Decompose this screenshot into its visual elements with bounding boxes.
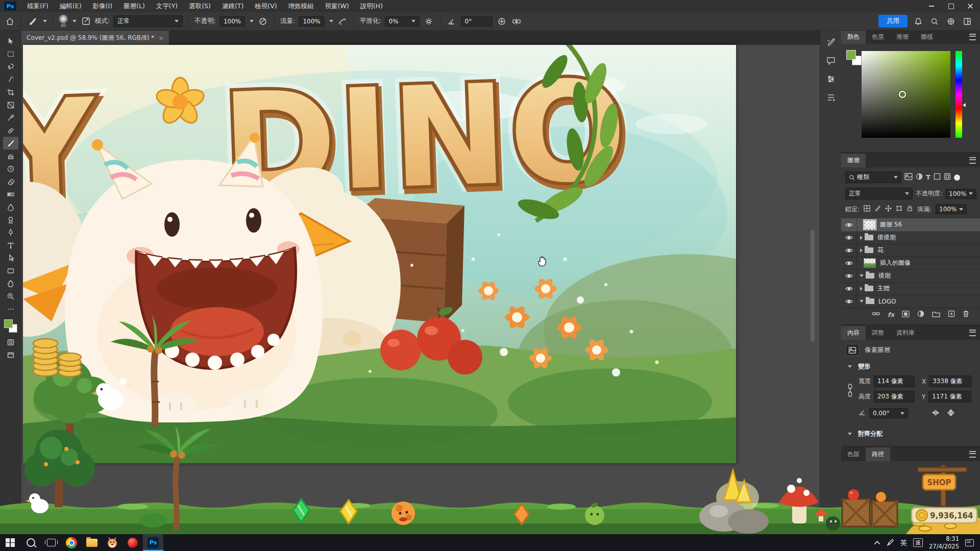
add-mask-icon[interactable] <box>902 311 910 319</box>
chevron-down-icon[interactable] <box>72 20 77 22</box>
smoothing-gear-icon[interactable] <box>423 15 434 28</box>
search-icon[interactable] <box>929 15 940 28</box>
layer-row[interactable]: 圖層 56 <box>841 218 980 232</box>
path-select-tool-icon[interactable] <box>3 252 18 264</box>
move-tool-icon[interactable] <box>3 35 18 47</box>
visibility-eye-icon[interactable] <box>841 257 857 269</box>
saturation-brightness-box[interactable] <box>862 51 950 138</box>
expand-chevron-icon[interactable] <box>860 248 863 253</box>
menu-help[interactable]: 說明(H) <box>355 0 388 12</box>
color-picker-marker[interactable] <box>899 91 906 98</box>
visibility-eye-icon[interactable] <box>841 218 857 231</box>
file-explorer-icon[interactable] <box>82 534 102 551</box>
blur-tool-icon[interactable] <box>3 201 18 213</box>
blend-mode-select[interactable]: 正常 <box>113 15 183 27</box>
airbrush-icon[interactable] <box>337 15 348 28</box>
brush-tool-preset-icon[interactable] <box>27 15 38 28</box>
menu-window[interactable]: 視窗(W) <box>320 0 355 12</box>
menu-filter[interactable]: 濾鏡(T) <box>216 0 249 12</box>
align-section-header[interactable]: 對齊分配 <box>845 430 883 438</box>
screen-mode-icon[interactable] <box>3 348 18 361</box>
new-layer-icon[interactable] <box>948 310 955 319</box>
layer-row[interactable]: 花 <box>841 244 980 257</box>
panel-menu-icon[interactable] <box>969 157 976 164</box>
tab-close-icon[interactable]: × <box>158 34 164 42</box>
ime-mode[interactable]: 速 <box>913 538 923 547</box>
zoom-tool-icon[interactable] <box>3 290 18 303</box>
smoothing-input[interactable]: 0% <box>385 16 420 27</box>
layer-row[interactable]: 主體 <box>841 282 980 295</box>
minimize-icon[interactable] <box>922 0 941 12</box>
clock[interactable]: 8:31 27/4/2025 <box>929 535 959 550</box>
rotation-input[interactable]: 0.00° <box>869 408 908 418</box>
filter-adjustment-layers-icon[interactable] <box>916 173 923 182</box>
task-view-icon[interactable] <box>41 534 61 551</box>
close-icon[interactable] <box>961 0 980 12</box>
visibility-eye-icon[interactable] <box>841 295 857 308</box>
filter-smart-objects-icon[interactable] <box>944 173 951 182</box>
quick-mask-icon[interactable] <box>3 336 18 348</box>
visibility-eye-icon[interactable] <box>841 282 857 295</box>
chevron-down-icon[interactable] <box>43 20 47 22</box>
tab-libraries[interactable]: 資料庫 <box>890 326 921 340</box>
flip-vertical-icon[interactable] <box>947 409 955 418</box>
layer-filter-select[interactable]: 種類 <box>845 171 901 183</box>
screen-recorder-icon[interactable] <box>122 534 143 551</box>
y-input[interactable]: 1171 像素 <box>928 391 971 403</box>
share-button[interactable]: 共用 <box>878 15 908 28</box>
settings-icon[interactable] <box>945 15 957 28</box>
canvas[interactable]: Y DINO Y DINO Y DINO <box>23 45 736 463</box>
visibility-eye-icon[interactable] <box>841 244 857 257</box>
expand-chevron-icon[interactable] <box>860 287 863 291</box>
tab-properties[interactable]: 內容 <box>841 326 866 340</box>
history-panel-icon[interactable] <box>826 93 836 102</box>
maximize-icon[interactable] <box>941 0 961 12</box>
collapse-chevron-icon[interactable] <box>860 300 864 303</box>
filter-shape-layers-icon[interactable] <box>934 173 941 182</box>
expand-chevron-icon[interactable] <box>860 236 863 240</box>
chevron-down-icon[interactable] <box>329 20 333 22</box>
menu-type[interactable]: 文字(Y) <box>151 0 183 12</box>
lock-artboard-icon[interactable] <box>896 205 902 213</box>
layer-name[interactable]: LOGO <box>878 298 896 305</box>
menu-select[interactable]: 選取(S) <box>183 0 216 12</box>
layer-name[interactable]: 插入的圖像 <box>880 259 911 267</box>
new-group-icon[interactable] <box>932 311 940 319</box>
panel-menu-icon[interactable] <box>969 451 976 458</box>
brush-tool-icon[interactable] <box>3 137 18 149</box>
tab-color[interactable]: 顏色 <box>841 30 866 44</box>
transform-section-header[interactable]: 變形 <box>845 362 870 371</box>
flow-input[interactable]: 100% <box>299 16 324 27</box>
color-panel-swatches[interactable] <box>846 50 862 65</box>
filter-toggle[interactable] <box>954 174 960 181</box>
notification-center-icon[interactable] <box>965 539 974 546</box>
gradient-tool-icon[interactable] <box>3 188 18 201</box>
tab-paths[interactable]: 路徑 <box>866 447 890 461</box>
lock-transparency-icon[interactable] <box>864 205 870 213</box>
lock-all-icon[interactable] <box>906 205 913 213</box>
taskbar-search-icon[interactable] <box>20 534 41 551</box>
tab-swatches[interactable]: 色票 <box>866 30 890 44</box>
layer-row[interactable]: 後期 <box>841 269 980 283</box>
crop-tool-icon[interactable] <box>3 86 18 98</box>
menu-file[interactable]: 檔案(F) <box>21 0 54 12</box>
tab-channels[interactable]: 色版 <box>841 447 866 461</box>
collapse-chevron-icon[interactable] <box>860 274 864 277</box>
type-tool-icon[interactable] <box>3 239 18 252</box>
layer-blend-mode-select[interactable]: 正常 <box>845 188 913 199</box>
color-swatches[interactable] <box>4 319 17 333</box>
marquee-tool-icon[interactable] <box>3 47 18 60</box>
filter-type-layers-icon[interactable]: T <box>926 173 930 181</box>
layer-thumbnail[interactable] <box>864 258 876 268</box>
photoshop-taskbar-icon[interactable]: Ps <box>143 534 163 551</box>
clone-stamp-tool-icon[interactable] <box>3 149 18 162</box>
layer-fill-input[interactable]: 100% <box>936 204 967 214</box>
brush-preview[interactable]: 40 <box>59 14 68 28</box>
visibility-eye-icon[interactable] <box>841 231 857 244</box>
layer-thumbnail[interactable] <box>864 220 876 230</box>
brush-settings-toggle-icon[interactable] <box>80 15 91 28</box>
pressure-opacity-icon[interactable] <box>257 15 268 28</box>
layer-opacity-input[interactable]: 100% <box>945 189 976 199</box>
menu-edit[interactable]: 編輯(E) <box>54 0 87 12</box>
brush-settings-panel-icon[interactable] <box>826 38 836 47</box>
